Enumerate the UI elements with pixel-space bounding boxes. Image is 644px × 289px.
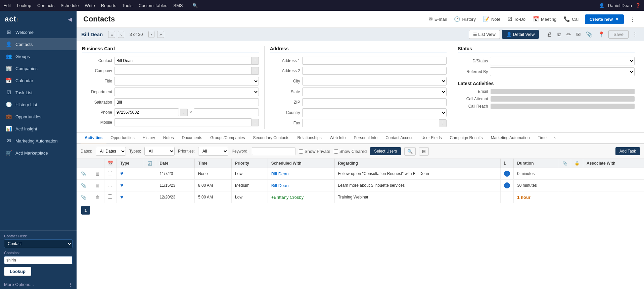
- contact-input[interactable]: [114, 57, 251, 65]
- tab-secondary-contacts[interactable]: Secondary Contacts: [249, 133, 293, 144]
- row-scheduled-with-2[interactable]: Bill Dean: [271, 183, 289, 188]
- menu-edit[interactable]: Edit: [3, 3, 11, 8]
- company-input[interactable]: [114, 67, 251, 75]
- sidebar-item-act-insight[interactable]: 📊 Act! Insight: [0, 123, 77, 135]
- salutation-input[interactable]: [114, 98, 259, 106]
- tab-contact-access[interactable]: Contact Access: [381, 133, 417, 144]
- attachment-btn[interactable]: 📎: [584, 30, 594, 39]
- row-info-1[interactable]: i: [504, 171, 510, 177]
- sidebar-item-welcome[interactable]: ⊞ Welcome: [0, 26, 77, 38]
- page-1-btn[interactable]: 1: [81, 206, 90, 215]
- menu-reports[interactable]: Reports: [101, 3, 117, 8]
- header-more-button[interactable]: ⋮: [627, 14, 637, 24]
- help-icon[interactable]: ❓: [635, 3, 641, 8]
- lookup-button[interactable]: Lookup: [4, 267, 31, 276]
- contact-field-select[interactable]: Contact: [4, 239, 73, 248]
- select-users-button[interactable]: Select Users: [370, 147, 401, 155]
- city-select[interactable]: [302, 77, 447, 85]
- mobile-input[interactable]: [114, 118, 251, 126]
- sidebar-item-groups[interactable]: 👥 Groups: [0, 50, 77, 62]
- tab-opportunities[interactable]: Opportunities: [106, 133, 138, 144]
- prev-record-btn[interactable]: ‹: [118, 31, 124, 38]
- menu-schedule[interactable]: Schedule: [60, 3, 79, 8]
- tab-notes[interactable]: Notes: [159, 133, 178, 144]
- meeting-action-btn[interactable]: 📅 Meeting: [531, 15, 558, 23]
- email-action-btn[interactable]: ✉ E-mail: [426, 15, 449, 23]
- title-select[interactable]: [114, 77, 259, 85]
- detail-view-btn[interactable]: 👤 Detail View: [502, 30, 539, 39]
- row-checkbox-2[interactable]: [108, 183, 112, 187]
- filter-search-button[interactable]: 🔍: [404, 147, 416, 156]
- tab-marketing-automation[interactable]: Marketing Automation: [487, 133, 534, 144]
- list-view-btn[interactable]: ☰ List View: [469, 30, 500, 39]
- menu-lookup[interactable]: Lookup: [17, 3, 31, 8]
- location-btn[interactable]: 📍: [596, 30, 606, 39]
- tab-web-info[interactable]: Web Info: [326, 133, 350, 144]
- tab-activities[interactable]: Activities: [81, 133, 106, 144]
- row-scheduled-with-1[interactable]: Bill Dean: [271, 171, 289, 176]
- sidebar-item-task-list[interactable]: ☑ Task List: [0, 86, 77, 99]
- row-checkbox-1[interactable]: [108, 171, 112, 175]
- show-cleared-label[interactable]: Show Cleared: [334, 149, 367, 154]
- sidebar-item-contacts[interactable]: 👤 Contacts: [0, 38, 77, 50]
- id-status-select[interactable]: [490, 57, 635, 65]
- first-record-btn[interactable]: «: [108, 31, 115, 38]
- fax-expand-btn[interactable]: ⋮: [439, 119, 447, 127]
- row-scheduled-with-3[interactable]: +Brittany Crosby: [271, 195, 304, 200]
- phone-input[interactable]: [114, 108, 179, 116]
- row-delete-btn-2[interactable]: 🗑: [94, 183, 101, 188]
- sidebar-item-act-marketplace[interactable]: 🛒 Act! Marketplace: [0, 147, 77, 159]
- row-delete-btn-3[interactable]: 🗑: [94, 194, 101, 200]
- menu-contacts[interactable]: Contacts: [37, 3, 54, 8]
- filter-grid-button[interactable]: ⊞: [419, 147, 429, 156]
- contains-input[interactable]: [4, 256, 73, 264]
- phone-ext-input[interactable]: [194, 108, 259, 116]
- menu-custom-tables[interactable]: Custom Tables: [139, 3, 168, 8]
- last-record-btn[interactable]: »: [157, 31, 164, 38]
- sidebar-item-companies[interactable]: 🏢 Companies: [0, 62, 77, 74]
- copy-btn[interactable]: ⧉: [556, 31, 563, 39]
- mobile-expand-btn[interactable]: ⋮: [251, 119, 259, 126]
- show-private-label[interactable]: Show Private: [299, 149, 330, 154]
- more-options[interactable]: More Options... ⋮: [0, 279, 77, 289]
- create-new-button[interactable]: Create new ▼: [585, 14, 624, 24]
- menu-sms[interactable]: SMS: [173, 3, 183, 8]
- show-private-checkbox[interactable]: [299, 149, 303, 154]
- fax-input[interactable]: [302, 119, 440, 127]
- sidebar-item-calendar[interactable]: 📅 Calendar: [0, 74, 77, 86]
- state-select[interactable]: [302, 88, 447, 96]
- row-attach-btn-1[interactable]: 📎: [80, 171, 87, 177]
- company-expand-btn[interactable]: ⋮: [251, 67, 259, 75]
- zip-input[interactable]: [302, 98, 447, 106]
- address1-input[interactable]: [302, 57, 447, 65]
- show-cleared-checkbox[interactable]: [334, 149, 338, 154]
- top-search-icon[interactable]: 🔍: [192, 3, 198, 8]
- sidebar-item-opportunities[interactable]: 💼 Opportunities: [0, 111, 77, 123]
- country-select[interactable]: [302, 108, 447, 117]
- print-btn[interactable]: 🖨: [545, 31, 554, 39]
- edit-pencil-btn[interactable]: ✏: [565, 30, 572, 39]
- referred-by-select[interactable]: [490, 67, 635, 76]
- tab-user-fields[interactable]: User Fields: [417, 133, 446, 144]
- tab-more-arrow[interactable]: ›: [552, 133, 558, 143]
- sidebar-collapse-btn[interactable]: ◀: [68, 16, 72, 22]
- row-attach-btn-3[interactable]: 📎: [80, 194, 87, 200]
- address2-input[interactable]: [302, 67, 447, 75]
- tab-timel[interactable]: Timel: [534, 133, 552, 144]
- add-task-button[interactable]: Add Task: [615, 147, 640, 155]
- dates-filter-select[interactable]: All Dates: [96, 147, 126, 156]
- menu-tools[interactable]: Tools: [122, 3, 132, 8]
- note-action-btn[interactable]: 📝 Note: [481, 15, 502, 23]
- row-checkbox-3[interactable]: [108, 194, 112, 199]
- tab-relationships[interactable]: Relationships: [293, 133, 326, 144]
- contact-expand-btn[interactable]: ⋮: [251, 57, 259, 65]
- toolbar-more-btn[interactable]: ⋮: [631, 30, 639, 39]
- todo-action-btn[interactable]: ☑ To-Do: [506, 15, 527, 23]
- priorities-filter-select[interactable]: All: [198, 147, 228, 156]
- tab-groups-companies[interactable]: Groups/Companies: [206, 133, 249, 144]
- next-record-btn[interactable]: ›: [148, 31, 154, 38]
- call-action-btn[interactable]: 📞 Call: [562, 15, 581, 23]
- history-action-btn[interactable]: 🕐 History: [452, 15, 477, 23]
- keyword-filter-input[interactable]: [252, 147, 295, 155]
- tab-documents[interactable]: Documents: [178, 133, 206, 144]
